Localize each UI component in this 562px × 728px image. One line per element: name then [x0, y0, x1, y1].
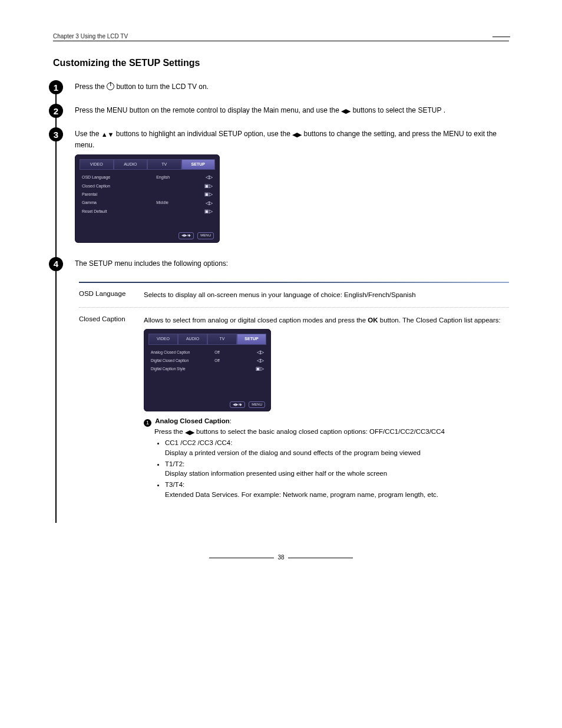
step-2: 2 Press the MENU button on the remote co…	[57, 105, 509, 118]
osd-tab-tv: TV	[207, 334, 237, 345]
cc-intro-b: button. The Closed Caption list appears:	[380, 317, 501, 324]
osd-row-value: Off	[214, 350, 249, 355]
left-right-arrows-icon: ◀▶	[341, 107, 351, 114]
osd-row-label: Analog Closed Caption	[151, 350, 207, 355]
page-title: Customizing the SETUP Settings	[53, 58, 509, 68]
osd-row-value: English	[156, 174, 196, 181]
arrows-icon: ◁▷	[204, 174, 213, 181]
analog-cc-title: Analog Closed Caption	[155, 417, 230, 424]
osd-footer-menu: MENU	[197, 232, 214, 239]
osd-tab-setup: SETUP	[237, 334, 266, 345]
osd-row-label: Parental	[82, 192, 147, 198]
step3-text-c: buttons to change the setting, and press…	[303, 130, 443, 138]
list-item: T1/T2: Display station information prese…	[165, 459, 509, 479]
left-right-arrows-icon: ◀▶	[185, 429, 194, 436]
table-row: OSD Language Selects to display all on-s…	[79, 288, 509, 307]
step1-text-b: button to turn the LCD TV on.	[116, 83, 209, 91]
osd-tab-audio: AUDIO	[114, 159, 148, 170]
divider	[79, 307, 509, 308]
osd-row-label: Gamma	[82, 200, 147, 206]
step2-text-a: Press the	[75, 106, 107, 114]
enter-icon: ▣▷	[204, 208, 213, 215]
step-4: 4 The SETUP menu includes the following …	[57, 258, 509, 271]
enter-icon: ▣▷	[204, 191, 213, 198]
step4-text-b: menu includes the following options:	[114, 259, 228, 268]
step-number-icon: 4	[49, 257, 63, 271]
cc-mode-desc: Extended Data Services. For example: Net…	[165, 491, 438, 498]
menu-label: MENU	[443, 130, 464, 138]
osd-row-label: Digital Caption Style	[151, 366, 207, 372]
options-table: OSD Language Selects to display all on-s…	[79, 282, 509, 508]
osd-row-label: Reset Default	[82, 209, 147, 215]
step3-text-b: buttons to highlight an individual SETUP…	[116, 130, 292, 138]
sub-step-icon: 1	[144, 419, 151, 427]
osd-tab-video: VIDEO	[80, 159, 114, 170]
cc-mode-label: T3/T4:	[165, 481, 184, 488]
osd-tab-video: VIDEO	[148, 334, 178, 345]
osd-row-value: Middle	[156, 200, 196, 206]
step2-text-d: .	[444, 106, 445, 114]
arrows-icon: ◁▷	[256, 349, 264, 356]
up-down-arrows-icon: ▲▼	[101, 131, 114, 138]
osd-row-label: Closed Caption	[82, 183, 147, 190]
step-number-icon: 3	[49, 127, 63, 141]
osd-row-label: Digital Closed Caption	[151, 358, 207, 364]
chapter-header: Chapter 3 Using the LCD TV	[53, 33, 509, 41]
option-description: Selects to display all on-screen menus i…	[144, 290, 509, 300]
step-number-icon: 2	[49, 104, 63, 118]
table-row: Closed Caption Allows to select from ana…	[79, 313, 509, 508]
ok-label: OK	[368, 317, 378, 324]
osd-row-label: OSD Language	[82, 174, 147, 181]
osd-closed-caption-menu: VIDEO AUDIO TV SETUP Analog Closed Capti…	[144, 329, 271, 411]
osd-footer-menu: MENU	[249, 401, 265, 408]
osd-tab-setup: SETUP	[181, 159, 216, 170]
osd-row-value: Off	[214, 358, 249, 364]
cc-mode-label: T1/T2:	[165, 460, 184, 467]
enter-icon: ▣▷	[256, 365, 264, 373]
step4-text-a: The	[75, 259, 89, 268]
osd-footer-nav: ◀▶/◆	[178, 232, 194, 239]
cc-mode-desc: Display a printed version of the dialog …	[165, 449, 421, 456]
option-name: Closed Caption	[79, 315, 144, 322]
divider	[79, 282, 509, 283]
step2-text-c: buttons to select the	[353, 106, 418, 114]
step-1: 1 Press the button to turn the LCD TV on…	[57, 81, 509, 94]
power-icon	[107, 83, 114, 90]
step-number-icon: 1	[49, 80, 63, 94]
setup-label: SETUP	[418, 106, 441, 114]
step-3: 3 Use the ▲▼ buttons to highlight an ind…	[57, 129, 509, 248]
acc-text-a: Press the	[154, 428, 185, 435]
step1-text-a: Press the	[75, 83, 107, 91]
list-item: CC1 /CC2 /CC3 /CC4: Display a printed ve…	[165, 438, 509, 457]
osd-footer-nav: ◀▶/◆	[230, 401, 246, 408]
osd-setup-menu: VIDEO AUDIO TV SETUP OSD LanguageEnglish…	[75, 154, 220, 243]
acc-text-b: buttons to select the basic analog close…	[196, 428, 445, 435]
step3-text-a: Use the	[75, 130, 101, 138]
arrows-icon: ◁▷	[256, 357, 264, 364]
step2-text-b: button on the remote control to display …	[130, 106, 342, 114]
arrows-icon: ◁▷	[204, 200, 213, 207]
left-right-arrows-icon: ◀▶	[292, 131, 302, 138]
setup-label: SETUP	[89, 259, 113, 268]
cc-mode-desc: Display station information presented us…	[165, 470, 387, 477]
cc-mode-label: CC1 /CC2 /CC3 /CC4:	[165, 439, 232, 446]
option-name: OSD Language	[79, 290, 144, 297]
page-number: 38	[0, 554, 562, 561]
content-area: 1 Press the button to turn the LCD TV on…	[55, 81, 509, 523]
cc-intro-a: Allows to select from analog or digital …	[144, 317, 368, 324]
menu-label: MENU	[107, 106, 127, 114]
list-item: T3/T4: Extended Data Services. For examp…	[165, 480, 509, 499]
option-description: Allows to select from analog or digital …	[144, 315, 509, 500]
osd-tab-tv: TV	[147, 159, 181, 170]
osd-tab-audio: AUDIO	[178, 334, 207, 345]
enter-icon: ▣▷	[204, 183, 213, 190]
